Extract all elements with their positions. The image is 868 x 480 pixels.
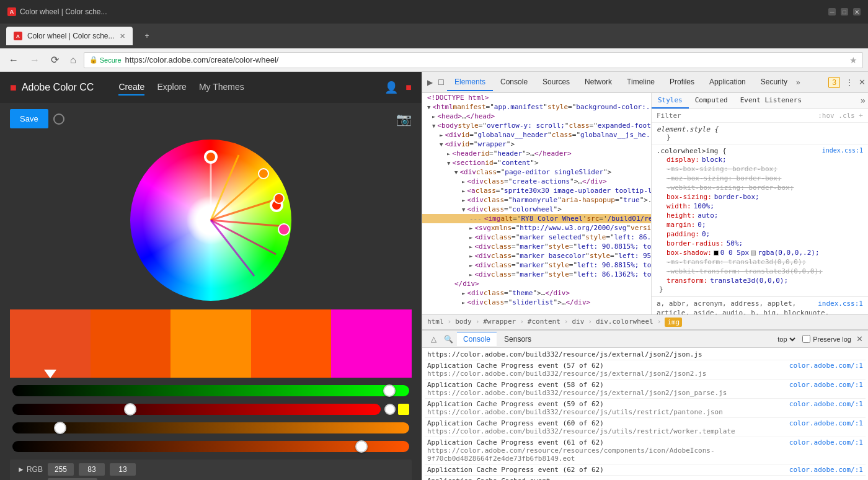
address-bar[interactable]: 🔒 Secure https://color.adobe.com/create/…	[84, 52, 863, 68]
swatch-1[interactable]	[10, 309, 91, 378]
html-doctype[interactable]: <!DOCTYPE html>	[422, 93, 651, 102]
user-icon[interactable]: 👤	[384, 81, 398, 94]
maximize-button[interactable]: □	[841, 8, 848, 16]
html-wrapper[interactable]: ▼<div id="wrapper">	[422, 140, 651, 149]
html-harmonyrule[interactable]: ►<div class="harmonyrule" aria-haspopup=…	[422, 195, 651, 205]
breadcrumb-img[interactable]: img	[665, 318, 682, 327]
home-button[interactable]: ⌂	[66, 52, 80, 68]
tab-elements[interactable]: Elements	[447, 74, 493, 91]
browser-tab-active[interactable]: A Color wheel | Color sche... ✕	[6, 27, 133, 45]
html-create-actions[interactable]: ►<div class="create-actions">…</div>	[422, 177, 651, 186]
css-selector-element[interactable]: element.style {	[657, 125, 863, 133]
slider-green[interactable]	[12, 385, 409, 396]
html-close-div[interactable]: </div>	[422, 279, 651, 288]
swatch-5[interactable]	[331, 309, 412, 378]
tab-console[interactable]: Console	[493, 74, 535, 91]
devtools-pointer-icon[interactable]: ▶	[425, 78, 435, 87]
breadcrumb-colorwheel[interactable]: div.colorwheel	[596, 318, 653, 327]
console-tab-console[interactable]: Console	[457, 332, 497, 346]
elements-panel: <!DOCTYPE html> ▼<html manifest="app.man…	[422, 93, 652, 314]
html-head[interactable]: ►<head>…</head>	[422, 112, 651, 121]
breadcrumb-html[interactable]: html	[427, 318, 444, 327]
styles-tab-event[interactable]: Event Listeners	[734, 93, 808, 109]
back-button[interactable]: ←	[5, 52, 22, 68]
html-marker2[interactable]: ►<div class="marker" style="left: 90.881…	[422, 260, 651, 270]
slider-orange-thumb[interactable]	[54, 422, 66, 434]
devtools-close-icon[interactable]: ✕	[859, 78, 866, 87]
tab-security[interactable]: Security	[753, 74, 795, 91]
swatch-3[interactable]	[170, 309, 251, 378]
camera-icon[interactable]: 📷	[396, 112, 412, 127]
breadcrumb-body[interactable]: body	[455, 318, 472, 327]
close-button[interactable]: ✕	[853, 8, 861, 16]
nav-my-themes[interactable]: My Themes	[199, 79, 244, 96]
console-filter-icon[interactable]: 🔍	[441, 332, 456, 346]
bookmark-icon[interactable]: ★	[849, 55, 857, 65]
browser-tab-new[interactable]: +	[138, 27, 157, 45]
html-section[interactable]: ▼<section id="content">	[422, 158, 651, 167]
swatch-2[interactable]	[91, 309, 171, 378]
swatch-4[interactable]	[251, 309, 332, 378]
console-clear-icon[interactable]: △	[427, 332, 440, 346]
html-theme[interactable]: ►<div class="theme">…</div>	[422, 288, 651, 298]
console-close-icon[interactable]: ✕	[856, 334, 863, 344]
forward-button[interactable]: →	[26, 52, 43, 68]
slider-green-thumb[interactable]	[383, 384, 396, 397]
html-marker3[interactable]: ►<div class="marker" style="left: 86.136…	[422, 270, 651, 279]
html-header[interactable]: ►<header id="header">…</header>	[422, 149, 651, 158]
tab-network[interactable]: Network	[577, 74, 619, 91]
tab-sources[interactable]: Sources	[535, 74, 577, 91]
html-page-editor[interactable]: ▼<div class="page-editor singleSlider">	[422, 167, 651, 177]
html-colorwheel[interactable]: ▼<div class="colorwheel">	[422, 205, 651, 214]
breadcrumb-wrapper[interactable]: #wrapper	[483, 318, 516, 327]
html-svg[interactable]: ►<svg xmlns="http://www.w3.org/2000/svg"…	[422, 223, 651, 233]
pseudo-states[interactable]: :hov .cls +	[818, 112, 863, 120]
html-img[interactable]: ---<img alt='RY8 Color Wheel' src='/buil…	[422, 214, 651, 223]
devtools-menu-icon[interactable]: ⋮	[845, 78, 854, 87]
rgb-r-input[interactable]	[48, 463, 74, 476]
preserve-log-checkbox[interactable]	[802, 335, 810, 343]
color-wheel-container[interactable]	[130, 140, 291, 301]
html-marker1[interactable]: ►<div class="marker" style="left: 90.881…	[422, 242, 651, 251]
styles-tab-computed[interactable]: Computed	[689, 93, 734, 109]
tab-application[interactable]: Application	[702, 74, 753, 91]
styles-filter-input[interactable]	[657, 112, 815, 120]
html-globalnav[interactable]: ►<div id="globalnav__header" class="glob…	[422, 130, 651, 140]
rgb-b-input[interactable]	[110, 463, 136, 476]
devtools-inspect-icon[interactable]: ☐	[435, 78, 447, 87]
close-tab-icon[interactable]: ✕	[120, 32, 125, 40]
console-context-select[interactable]: top	[775, 335, 797, 344]
rgb-g-input[interactable]	[79, 463, 105, 476]
swatch-indicator	[44, 370, 56, 378]
related-source-1[interactable]: index.css:1	[818, 300, 863, 308]
html-sprite[interactable]: ►<a class="sprite30x30 image-uploader to…	[422, 186, 651, 195]
nav-create[interactable]: Create	[118, 79, 144, 96]
html-html[interactable]: ▼<html manifest="app.manifest" style="ba…	[422, 102, 651, 112]
minimize-button[interactable]: ─	[828, 8, 836, 16]
slider-red[interactable]	[12, 404, 381, 415]
nav-explore[interactable]: Explore	[157, 79, 186, 96]
breadcrumb-bar: html › body › #wrapper › #content › div …	[422, 314, 868, 330]
slider-dark[interactable]	[12, 441, 409, 452]
css-selector-colorwheel[interactable]: .colorwheel>img { index.css:1	[657, 147, 863, 155]
more-tabs-icon[interactable]: »	[796, 78, 800, 87]
rgb-label-arrow[interactable]: ► RGB	[17, 465, 43, 474]
devtools-panel: ▶ ☐ Elements Console Sources Network Tim…	[422, 72, 868, 480]
html-marker-selected[interactable]: ►<div class="marker selected" style="lef…	[422, 233, 651, 242]
console-tab-sensors[interactable]: Sensors	[498, 332, 538, 346]
save-button[interactable]: Save	[10, 109, 48, 128]
breadcrumb-content[interactable]: #content	[528, 318, 560, 327]
breadcrumb-div[interactable]: div	[572, 318, 584, 327]
html-marker-base[interactable]: ►<div class="marker basecolor" style="le…	[422, 251, 651, 260]
tab-profiles[interactable]: Profiles	[662, 74, 702, 91]
styles-more-icon[interactable]: »	[858, 93, 868, 109]
styles-tab-styles[interactable]: Styles	[652, 93, 689, 109]
tab-timeline[interactable]: Timeline	[619, 74, 662, 91]
css-source-link[interactable]: index.css:1	[822, 147, 863, 154]
reload-button[interactable]: ⟳	[47, 51, 63, 68]
html-body[interactable]: ▼<body style="overflow-y: scroll;" class…	[422, 121, 651, 130]
slider-dark-thumb[interactable]	[355, 440, 368, 453]
slider-orange[interactable]	[12, 422, 409, 433]
html-sliderlist[interactable]: ►<div class="sliderlist">…</div>	[422, 298, 651, 307]
slider-red-thumb[interactable]	[124, 403, 136, 416]
